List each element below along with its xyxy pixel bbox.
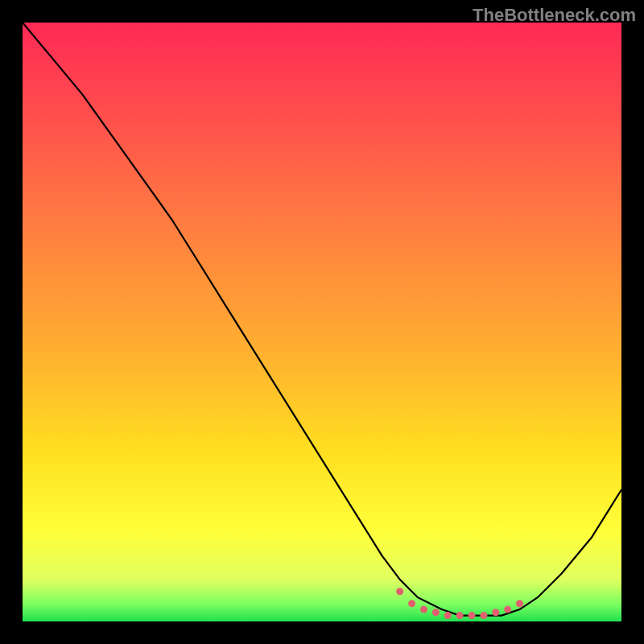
marker-point xyxy=(480,612,487,619)
marker-point xyxy=(408,600,415,607)
watermark-text: TheBottleneck.com xyxy=(473,5,636,26)
marker-point xyxy=(504,606,511,613)
marker-point xyxy=(492,609,499,616)
bottleneck-curve xyxy=(23,23,621,616)
marker-point xyxy=(469,612,476,619)
plot-area xyxy=(23,23,621,621)
marker-point xyxy=(420,606,427,613)
marker-point xyxy=(456,612,464,619)
marker-point xyxy=(444,612,452,619)
chart-svg xyxy=(23,23,621,621)
marker-point xyxy=(432,609,440,616)
marker-point xyxy=(396,588,403,595)
marker-point xyxy=(516,600,523,607)
